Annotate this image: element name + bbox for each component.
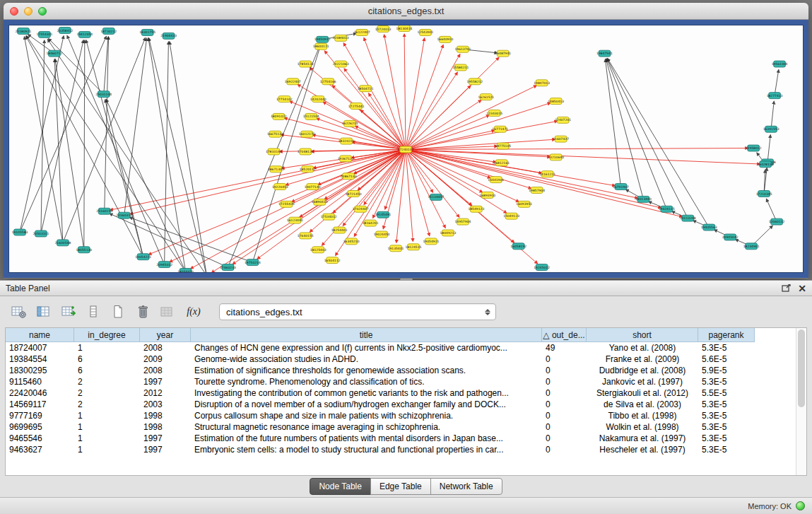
table-options-button[interactable] <box>8 302 30 322</box>
column-header[interactable]: year <box>140 328 191 342</box>
delete-column-button[interactable] <box>132 302 153 322</box>
graph-node[interactable]: 14850413 <box>548 98 564 105</box>
graph-edge[interactable] <box>406 115 489 150</box>
graph-node[interactable]: 19857904 <box>529 187 545 194</box>
graph-edge[interactable] <box>406 149 683 216</box>
graph-node[interactable]: 17640155 <box>298 233 314 239</box>
graph-node[interactable]: 18055130 <box>76 247 92 253</box>
graph-node[interactable]: 18600121 <box>313 43 329 49</box>
graph-node[interactable]: 18775105 <box>495 143 511 149</box>
graph-node[interactable]: 19054221 <box>135 254 151 260</box>
network-window-titlebar[interactable]: citations_edges.txt <box>4 3 808 20</box>
graph-edge[interactable] <box>149 38 207 272</box>
graph-node[interactable]: 14161221 <box>539 171 555 177</box>
graph-node[interactable]: 17833140 <box>266 148 282 155</box>
column-header[interactable]: short <box>587 328 698 342</box>
graph-node[interactable]: 21904433 <box>160 33 177 39</box>
graph-node[interactable]: 19558212 <box>466 78 483 85</box>
graph-edge[interactable] <box>323 102 406 149</box>
zoom-button[interactable] <box>38 7 47 16</box>
table-row[interactable]: 946362711997Embryonic stem cells: a mode… <box>6 444 806 455</box>
graph-edge[interactable] <box>404 34 406 150</box>
row-options-button[interactable] <box>83 302 104 322</box>
graph-node[interactable]: 17275441 <box>348 103 365 110</box>
graph-node[interactable]: 19847013 <box>534 80 550 86</box>
graph-node[interactable]: 20945012 <box>156 262 172 268</box>
graph-node[interactable]: 19245012 <box>534 264 550 271</box>
graph-node[interactable]: 18049213 <box>440 230 456 236</box>
graph-node[interactable]: 16640910 <box>437 36 453 42</box>
graph-node[interactable]: 13210640 <box>548 154 564 160</box>
graph-node[interactable]: 16261521 <box>478 94 494 100</box>
scrollbar-thumb[interactable] <box>798 329 805 407</box>
table-row[interactable]: 1872400712008Changes of HCN gene express… <box>6 342 806 354</box>
graph-edge[interactable] <box>406 148 748 150</box>
graph-node[interactable]: 19135401 <box>388 245 404 252</box>
graph-node[interactable]: 17240107 <box>398 146 414 153</box>
graph-edge[interactable] <box>766 199 777 221</box>
tab-node-table[interactable]: Node Table <box>310 478 371 495</box>
graph-node[interactable]: 20503311 <box>33 230 49 237</box>
graph-node[interactable]: 19077140 <box>305 184 321 190</box>
graph-node[interactable]: 18721450 <box>346 190 362 197</box>
graph-node[interactable]: 18320221 <box>339 138 355 144</box>
graph-node[interactable]: 19220453 <box>272 184 288 190</box>
close-panel-button[interactable]: ✕ <box>798 284 806 293</box>
graph-node[interactable]: 19405563 <box>701 224 717 230</box>
graph-node[interactable]: 19145491 <box>375 211 392 218</box>
table-row[interactable]: 1830029562008Estimation of significance … <box>6 365 806 376</box>
graph-node[interactable]: 15121504 <box>303 113 319 119</box>
graph-node[interactable]: 16345210 <box>343 238 360 245</box>
table-row[interactable]: 969969511998Structural magnetic resonanc… <box>6 421 806 433</box>
graph-edge[interactable] <box>406 149 531 188</box>
graph-node[interactable]: 19450912 <box>314 36 331 42</box>
function-builder-button[interactable]: f(x) <box>182 302 206 322</box>
graph-node[interactable]: 19054921 <box>423 238 440 245</box>
graph-edge[interactable] <box>384 35 406 150</box>
graph-node[interactable]: 16341553 <box>763 126 779 132</box>
graph-node[interactable]: 12343015 <box>486 110 502 116</box>
graph-node[interactable]: 20945042 <box>722 234 739 240</box>
column-header[interactable]: in_degree <box>74 328 140 342</box>
graph-node[interactable]: 19561004 <box>772 61 788 67</box>
graph-node[interactable]: 18671301 <box>268 166 284 173</box>
graph-edge[interactable] <box>55 59 84 250</box>
graph-node[interactable]: 16226215 <box>342 120 358 127</box>
graph-node[interactable]: 16122407 <box>354 29 370 35</box>
graph-node[interactable]: 18301755 <box>139 29 155 35</box>
graph-node[interactable]: 12060112 <box>769 218 785 225</box>
graph-node[interactable]: 21600548 <box>54 240 71 246</box>
graph-node[interactable]: 20221063 <box>333 61 349 67</box>
graph-node[interactable]: 19024450 <box>374 231 390 238</box>
graph-node[interactable]: 19105583 <box>12 229 28 235</box>
graph-node[interactable]: 16012175 <box>299 131 315 137</box>
graph-node[interactable]: 14202440 <box>310 96 326 103</box>
graph-edge[interactable] <box>170 42 207 272</box>
graph-node[interactable]: 16487941 <box>495 50 511 57</box>
graph-node[interactable]: 18549123 <box>468 206 484 212</box>
graph-edge[interactable] <box>148 149 406 255</box>
graph-node[interactable]: 18124515 <box>406 244 422 250</box>
graph-node[interactable]: 18234901 <box>743 243 760 250</box>
graph-node[interactable]: 17460233 <box>220 264 236 271</box>
graph-node[interactable]: 14957904 <box>454 218 471 225</box>
graph-node[interactable]: 22084013 <box>333 35 349 41</box>
graph-node[interactable]: 16058192 <box>510 243 526 250</box>
graph-node[interactable]: 18504721 <box>358 86 374 92</box>
graph-node[interactable]: 18460712 <box>46 50 62 57</box>
graph-edge[interactable] <box>26 36 185 271</box>
graph-node[interactable]: 18520112 <box>300 166 316 173</box>
column-header[interactable]: pagerank <box>698 328 755 342</box>
graph-edge[interactable] <box>110 149 406 210</box>
column-header[interactable]: title <box>191 328 542 342</box>
graph-edge[interactable] <box>406 57 499 149</box>
table-row[interactable]: 1938455462009Genome-wide association stu… <box>6 354 806 365</box>
graph-edge[interactable] <box>110 214 228 267</box>
graph-node[interactable]: 17048120 <box>298 148 314 155</box>
minimize-button[interactable] <box>24 7 33 16</box>
edit-columns-button[interactable] <box>58 302 79 322</box>
graph-node[interactable]: 16028110 <box>758 161 774 168</box>
table-selector[interactable]: citations_edges.txt <box>219 303 496 320</box>
graph-node[interactable]: 15134457 <box>428 194 445 200</box>
import-table-button[interactable] <box>157 302 178 322</box>
